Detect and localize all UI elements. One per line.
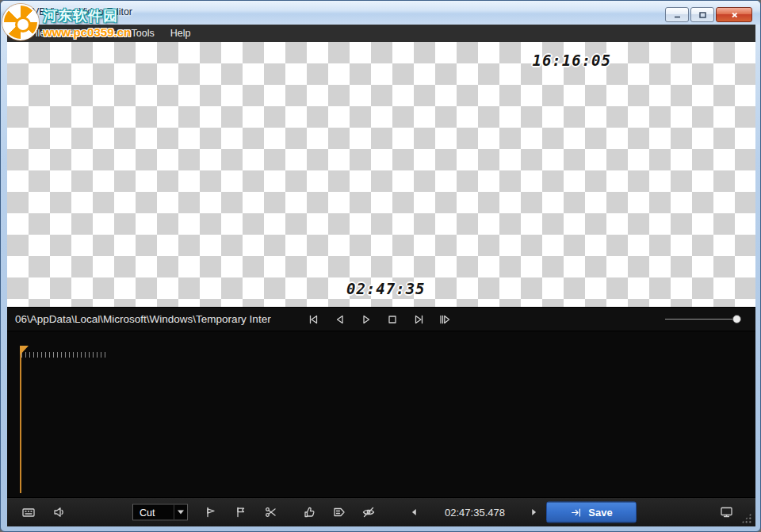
transport-buttons — [304, 310, 455, 329]
close-icon — [729, 10, 740, 20]
transport-bar: 06\AppData\Local\Microsoft\Windows\Tempo… — [7, 307, 755, 331]
resize-grip[interactable] — [741, 513, 751, 523]
osd-position: 02:47:35 — [346, 280, 426, 297]
step-forward-button[interactable] — [408, 310, 429, 329]
arrow-left-icon — [408, 506, 421, 519]
window-controls — [665, 7, 752, 22]
step-forward-icon — [411, 312, 426, 327]
client-area: File Edit View Tools Help 16:16:05 02:47… — [7, 25, 755, 526]
set-marker-button[interactable] — [201, 505, 222, 519]
video-preview: 16:16:05 02:47:35 — [7, 42, 755, 307]
save-button-label: Save — [588, 507, 612, 519]
osd-clock: 16:16:05 — [532, 52, 611, 69]
menu-edit[interactable]: Edit — [53, 25, 86, 42]
app-icon — [8, 6, 21, 18]
combo-caret[interactable] — [174, 505, 187, 520]
close-button[interactable] — [716, 7, 752, 22]
window-title: DVBViewer Video Editor — [25, 6, 132, 17]
minimize-icon — [672, 10, 683, 20]
scissors-icon — [264, 505, 278, 519]
timeline-track[interactable] — [7, 331, 755, 497]
flag-icon — [234, 505, 248, 519]
playhead-line[interactable] — [20, 346, 21, 493]
volume-track[interactable] — [665, 319, 741, 320]
bottom-toolbar: Cut 02:47 — [7, 497, 755, 526]
export-icon — [570, 506, 583, 519]
keep-segment-button[interactable] — [300, 505, 320, 519]
volume-handle[interactable] — [732, 315, 741, 323]
timeline-ruler — [21, 352, 105, 358]
speaker-icon — [52, 505, 67, 519]
eye-off-icon — [361, 505, 376, 519]
thumb-up-icon — [303, 505, 317, 519]
step-back-button[interactable] — [330, 310, 350, 329]
menu-view[interactable]: View — [86, 25, 124, 42]
menu-file[interactable]: File — [21, 25, 53, 42]
chevron-down-icon — [178, 511, 184, 515]
next-frame-button[interactable] — [524, 506, 543, 519]
menu-tools[interactable]: Tools — [124, 25, 163, 42]
step-back-icon — [333, 312, 347, 327]
file-path: 06\AppData\Local\Microsoft\Windows\Tempo… — [15, 313, 300, 325]
keyboard-icon — [21, 505, 36, 519]
flag-button[interactable] — [231, 505, 251, 519]
audio-button[interactable] — [48, 505, 69, 519]
menu-help[interactable]: Help — [163, 25, 199, 42]
app-window: DVBViewer Video Editor 河东软件园 www.pc0359.… — [0, 0, 761, 532]
detach-window-button[interactable] — [716, 505, 736, 519]
skip-forward-button[interactable] — [434, 310, 455, 329]
stop-button[interactable] — [382, 310, 403, 329]
position-time: 02:47:35.478 — [429, 507, 521, 519]
cutlist-button[interactable] — [329, 505, 350, 519]
stop-icon — [385, 312, 400, 327]
marker-flag-icon — [205, 505, 219, 519]
play-button[interactable] — [356, 310, 377, 329]
mode-select[interactable]: Cut — [132, 504, 188, 521]
arrow-right-icon — [527, 506, 540, 519]
keyboard-button[interactable] — [18, 505, 39, 519]
menu-bar: File Edit View Tools Help — [7, 25, 755, 42]
maximize-button[interactable] — [690, 7, 714, 22]
skip-forward-icon — [438, 312, 452, 327]
volume-slider[interactable] — [665, 310, 741, 329]
cutlist-icon — [332, 505, 346, 519]
cut-button[interactable] — [261, 505, 281, 519]
minimize-button[interactable] — [665, 7, 689, 22]
hide-button[interactable] — [358, 505, 379, 519]
maximize-icon — [698, 10, 708, 20]
skip-back-icon — [307, 312, 321, 327]
prev-frame-button[interactable] — [405, 506, 424, 519]
skip-back-button[interactable] — [304, 310, 324, 329]
title-bar[interactable]: DVBViewer Video Editor — [1, 1, 760, 25]
mode-select-value: Cut — [140, 507, 155, 518]
title-left: DVBViewer Video Editor — [8, 6, 132, 18]
monitor-icon — [719, 505, 734, 519]
save-button[interactable]: Save — [546, 502, 637, 523]
play-icon — [359, 312, 373, 327]
